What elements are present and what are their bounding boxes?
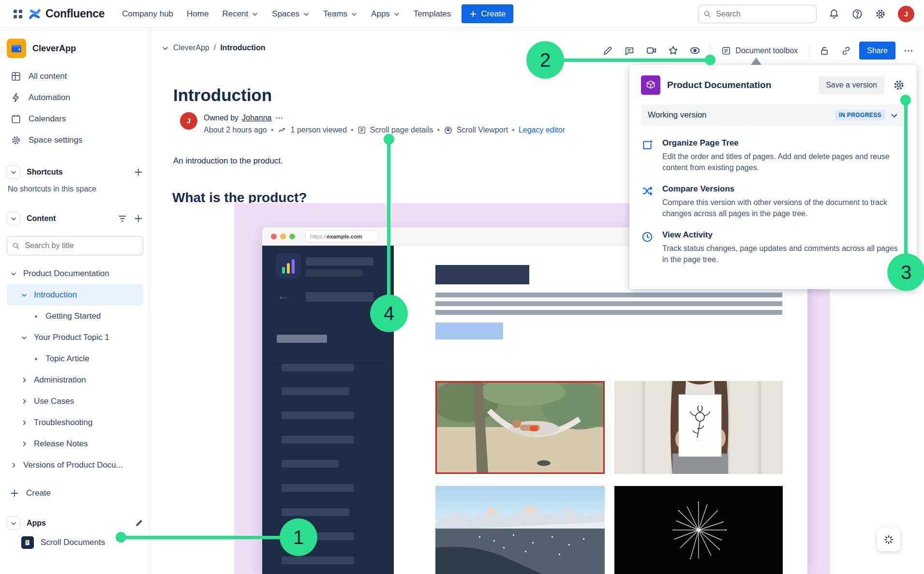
menu-item-view-activity[interactable]: View Activity Track status changes, page… (641, 230, 905, 265)
nav-templates[interactable]: Templates (407, 5, 458, 23)
callout-dot-2 (705, 55, 715, 65)
sidebar-item-space-settings[interactable]: Space settings (7, 130, 143, 151)
sidebar-create-button[interactable]: Create (7, 483, 143, 504)
nav-company-hub[interactable]: Company hub (115, 5, 180, 23)
callout-circle-2: 2 (526, 41, 564, 79)
document-toolbox-button[interactable]: Document toolbox (716, 42, 803, 59)
placeholder-bar (282, 387, 349, 395)
chevron-down-icon (303, 11, 310, 17)
page-tree: Product Documentation Introduction Getti… (7, 263, 143, 476)
nav-recent[interactable]: Recent (215, 5, 265, 23)
unlock-icon[interactable] (816, 42, 833, 59)
traffic-light-red (271, 234, 277, 239)
chevron-down-icon[interactable] (162, 44, 169, 52)
edit-pencil-icon[interactable] (599, 42, 616, 59)
collapse-fullscreen-button[interactable] (877, 528, 900, 551)
placeholder-bar (282, 557, 354, 564)
collapse-shortcuts-button[interactable] (7, 165, 20, 179)
chevron-down-icon[interactable] (19, 292, 29, 298)
tree-item-versions[interactable]: Versions of Product Docu... (7, 455, 143, 476)
add-shortcut-icon[interactable] (134, 167, 143, 177)
tree-item-getting-started[interactable]: Getting Started (7, 306, 143, 327)
help-icon[interactable] (851, 8, 863, 20)
menu-item-organize-page-tree[interactable]: Organize Page Tree Edit the order and ti… (641, 138, 905, 173)
last-modified[interactable]: About 2 hours ago (204, 126, 267, 134)
placeholder-bar (306, 257, 373, 265)
tree-item-topic-article[interactable]: Topic Article (7, 348, 143, 369)
user-avatar[interactable]: J (898, 6, 914, 22)
add-page-icon[interactable] (134, 214, 143, 223)
legacy-editor-link[interactable]: Legacy editor (519, 126, 565, 134)
divider (809, 44, 809, 57)
owner-avatar[interactable]: J (180, 112, 197, 130)
search-input[interactable] (715, 9, 811, 19)
nav-apps[interactable]: Apps (364, 5, 407, 23)
sidebar-item-automation[interactable]: Automation (7, 87, 143, 108)
chevron-down-icon[interactable] (9, 270, 18, 277)
tree-item-product-documentation[interactable]: Product Documentation (7, 263, 143, 284)
mock-app-sidebar: ← (262, 246, 394, 574)
tree-item-use-cases[interactable]: Use Cases (7, 391, 143, 412)
scroll-viewport-link[interactable]: Scroll Viewport (457, 126, 508, 134)
settings-gear-icon[interactable] (875, 8, 886, 20)
chevron-right-icon[interactable] (19, 398, 29, 405)
notifications-bell-icon[interactable] (828, 8, 840, 20)
sidebar-item-all-content[interactable]: All content (7, 66, 143, 87)
placeholder-text-line (435, 293, 782, 297)
star-icon[interactable] (664, 42, 682, 59)
create-button[interactable]: Create (462, 4, 513, 23)
view-activity-clock-icon (641, 230, 654, 265)
placeholder-bar (306, 292, 373, 302)
menu-item-compare-versions[interactable]: Compare Versions Compare this version wi… (641, 184, 905, 219)
owner-link[interactable]: Johanna (242, 114, 271, 122)
confluence-logo[interactable]: Confluence (28, 7, 104, 21)
toolbox-settings-gear-icon[interactable] (893, 79, 905, 91)
breadcrumb-page[interactable]: Introduction (220, 44, 265, 52)
watch-eye-icon[interactable] (686, 42, 703, 59)
placeholder-bar (282, 460, 339, 468)
popup-caret (751, 58, 761, 65)
views-count[interactable]: 1 person viewed (290, 126, 347, 134)
working-version-selector[interactable]: Working version IN PROGRESS (641, 104, 905, 126)
video-icon[interactable] (642, 42, 660, 59)
collapse-content-button[interactable] (7, 212, 20, 225)
chevron-right-icon[interactable] (9, 462, 18, 469)
edit-apps-pencil-icon[interactable] (134, 519, 143, 528)
status-badge: IN PROGRESS (835, 110, 885, 120)
more-options-icon[interactable] (900, 42, 917, 59)
organize-page-tree-icon (641, 138, 654, 173)
scroll-page-details-icon (358, 126, 366, 134)
share-button[interactable]: Share (859, 42, 895, 59)
traffic-light-green (289, 234, 295, 239)
chevron-right-icon[interactable] (19, 441, 29, 447)
more-options-icon[interactable] (275, 114, 283, 122)
search-icon (12, 242, 19, 250)
chevron-right-icon[interactable] (19, 377, 29, 383)
chevron-right-icon[interactable] (19, 419, 29, 426)
save-a-version-button[interactable]: Save a version (819, 76, 884, 94)
tree-item-administration[interactable]: Administration (7, 369, 143, 391)
space-header[interactable]: CleverApp (7, 38, 143, 59)
chevron-down-icon[interactable] (19, 334, 29, 341)
tree-item-release-notes[interactable]: Release Notes (7, 433, 143, 455)
breadcrumb-space[interactable]: CleverApp (173, 44, 209, 52)
tree-item-your-product-topic-1[interactable]: Your Product Topic 1 (7, 327, 143, 348)
sidebar-search[interactable] (7, 236, 143, 255)
global-search[interactable] (698, 5, 817, 23)
content-section-header: Content (7, 210, 143, 227)
nav-home[interactable]: Home (180, 5, 215, 23)
scroll-page-details-link[interactable]: Scroll page details (370, 126, 433, 134)
nav-spaces[interactable]: Spaces (265, 5, 316, 23)
tree-item-troubleshooting[interactable]: Troubleshooting (7, 412, 143, 433)
collapse-apps-button[interactable] (7, 516, 20, 530)
tree-item-introduction[interactable]: Introduction (7, 284, 143, 306)
collapse-arrows-icon (883, 534, 894, 545)
link-icon[interactable] (837, 42, 855, 59)
app-switcher-icon[interactable] (10, 6, 26, 22)
sidebar-item-calendars[interactable]: Calendars (7, 108, 143, 130)
filter-icon[interactable] (118, 214, 127, 223)
nav-teams[interactable]: Teams (316, 5, 364, 23)
search-by-title-input[interactable] (24, 241, 138, 250)
callout-circle-4: 4 (370, 294, 408, 332)
comment-icon[interactable] (621, 42, 638, 59)
